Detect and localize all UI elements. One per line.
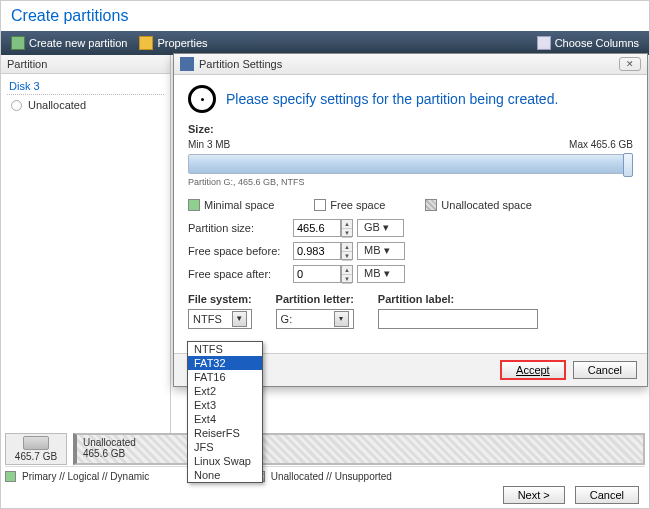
legend-unalloc: Unallocated // Unsupported [271, 471, 392, 482]
unallocated-label: Unallocated [28, 99, 86, 111]
plus-icon [11, 36, 25, 50]
disk-label[interactable]: Disk 3 [1, 74, 170, 94]
size-slider[interactable] [188, 154, 633, 174]
app-icon [180, 57, 194, 71]
free-space-checkbox[interactable] [314, 199, 326, 211]
filesystem-option[interactable]: NTFS [188, 342, 262, 356]
filesystem-option[interactable]: Ext2 [188, 384, 262, 398]
partition-list-header: Partition [1, 55, 170, 74]
disk-segment-size: 465.6 GB [83, 448, 637, 459]
filesystem-value: NTFS [193, 313, 222, 325]
filesystem-option[interactable]: ReiserFS [188, 426, 262, 440]
partition-size-label: Partition size: [188, 222, 293, 234]
accept-button[interactable]: Accept [500, 360, 566, 380]
slider-caption: Partition G:, 465.6 GB, NTFS [188, 177, 633, 187]
cancel-button[interactable]: Cancel [575, 486, 639, 504]
free-after-label: Free space after: [188, 268, 293, 280]
free-before-unit[interactable]: MB ▾ [357, 242, 405, 260]
partition-list-panel: Partition Disk 3 Unallocated [1, 55, 171, 444]
partition-settings-dialog: Partition Settings ✕ Please specify sett… [173, 53, 648, 387]
filesystem-option[interactable]: FAT32 [188, 356, 262, 370]
minimal-space-checkbox[interactable] [188, 199, 200, 211]
size-max: Max 465.6 GB [569, 139, 633, 150]
disk-bar: 465.7 GB Unallocated 465.6 GB [5, 432, 645, 466]
minimal-space-label: Minimal space [204, 199, 274, 211]
disk-icon [23, 436, 49, 450]
properties-label: Properties [157, 37, 207, 49]
choose-columns-button[interactable]: Choose Columns [531, 34, 645, 52]
legend-swatch-primary [5, 471, 16, 482]
page-title: Create partitions [1, 1, 649, 31]
filesystem-option[interactable]: Ext4 [188, 412, 262, 426]
legend: Primary // Logical // Dynamic re Zone Un… [5, 466, 645, 482]
columns-icon [537, 36, 551, 50]
size-label: Size: [188, 123, 214, 135]
dialog-title: Partition Settings [199, 58, 282, 70]
chevron-down-icon[interactable]: ▼ [232, 311, 247, 327]
filesystem-option[interactable]: JFS [188, 440, 262, 454]
free-before-input[interactable] [293, 242, 341, 260]
legend-primary: Primary // Logical // Dynamic [22, 471, 149, 482]
wizard-icon [188, 85, 216, 113]
filesystem-label: File system: [188, 293, 252, 305]
filesystem-option[interactable]: FAT16 [188, 370, 262, 384]
unallocated-space-label: Unallocated space [441, 199, 532, 211]
dialog-hero-text: Please specify settings for the partitio… [226, 91, 558, 107]
next-button[interactable]: Next > [503, 486, 565, 504]
free-after-input[interactable] [293, 265, 341, 283]
unallocated-row[interactable]: Unallocated [1, 95, 170, 115]
disk-segment[interactable]: Unallocated 465.6 GB [73, 433, 645, 465]
partition-size-unit[interactable]: GB ▾ [357, 219, 404, 237]
close-button[interactable]: ✕ [619, 57, 641, 71]
partition-letter-value: G: [281, 313, 293, 325]
free-before-spinner[interactable]: ▲▼ [341, 242, 353, 260]
partition-size-spinner[interactable]: ▲▼ [341, 219, 353, 237]
free-space-label: Free space [330, 199, 385, 211]
filesystem-option[interactable]: Ext3 [188, 398, 262, 412]
free-after-unit[interactable]: MB ▾ [357, 265, 405, 283]
circle-icon [11, 100, 22, 111]
chevron-down-icon[interactable]: ▾ [334, 311, 349, 327]
size-min: Min 3 MB [188, 139, 230, 150]
create-partition-button[interactable]: Create new partition [5, 34, 133, 52]
choose-columns-label: Choose Columns [555, 37, 639, 49]
properties-icon [139, 36, 153, 50]
properties-button[interactable]: Properties [133, 34, 213, 52]
free-before-label: Free space before: [188, 245, 293, 257]
filesystem-dropdown-list[interactable]: NTFSFAT32FAT16Ext2Ext3Ext4ReiserFSJFSLin… [187, 341, 263, 483]
create-partition-label: Create new partition [29, 37, 127, 49]
partition-label-label: Partition label: [378, 293, 538, 305]
partition-letter-label: Partition letter: [276, 293, 354, 305]
disk-segment-label: Unallocated [83, 437, 637, 448]
filesystem-option[interactable]: None [188, 468, 262, 482]
free-after-spinner[interactable]: ▲▼ [341, 265, 353, 283]
dialog-cancel-button[interactable]: Cancel [573, 361, 637, 379]
disk-cap[interactable]: 465.7 GB [5, 433, 67, 465]
partition-label-input[interactable] [378, 309, 538, 329]
disk-cap-size: 465.7 GB [15, 451, 57, 462]
partition-size-input[interactable] [293, 219, 341, 237]
filesystem-combo[interactable]: NTFS ▼ [188, 309, 252, 329]
dialog-titlebar: Partition Settings ✕ [174, 54, 647, 75]
slider-thumb[interactable] [623, 153, 633, 177]
filesystem-option[interactable]: Linux Swap [188, 454, 262, 468]
partition-letter-combo[interactable]: G: ▾ [276, 309, 354, 329]
toolbar: Create new partition Properties Choose C… [1, 31, 649, 55]
unallocated-space-checkbox[interactable] [425, 199, 437, 211]
